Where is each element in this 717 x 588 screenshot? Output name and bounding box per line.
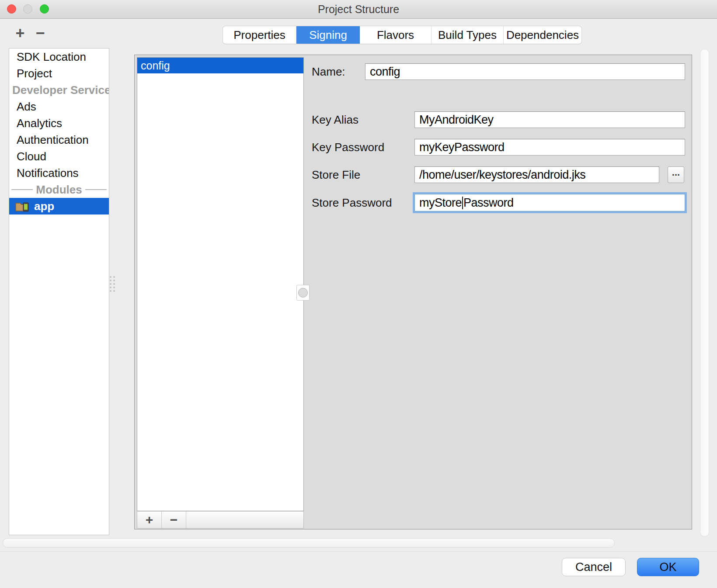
sidebar: SDK Location Project Developer Services …: [9, 48, 109, 535]
project-structure-dialog: Project Structure Properties Signing Fla…: [0, 0, 717, 588]
store-password-text-after-caret: Password: [463, 196, 514, 210]
key-password-label: Key Password: [312, 139, 384, 156]
sidebar-item-sdk-location[interactable]: SDK Location: [9, 48, 109, 65]
horizontal-scrollbar[interactable]: [3, 538, 615, 548]
tab-dependencies[interactable]: Dependencies: [504, 26, 581, 44]
name-label: Name:: [312, 63, 345, 80]
config-toolbar-filler: [186, 512, 303, 528]
signing-config-list: config: [137, 57, 304, 511]
store-password-text-before-caret: myStore: [419, 196, 462, 210]
panel-splitter-handle[interactable]: [296, 285, 310, 301]
sidebar-item-analytics[interactable]: Analytics: [9, 115, 109, 131]
name-input[interactable]: [365, 63, 685, 80]
key-alias-label: Key Alias: [312, 111, 358, 128]
footer-separator: [0, 551, 717, 552]
android-module-icon: [15, 200, 30, 212]
ok-button[interactable]: OK: [637, 558, 699, 576]
tab-properties[interactable]: Properties: [223, 26, 296, 44]
tab-signing[interactable]: Signing: [296, 26, 360, 44]
cancel-button[interactable]: Cancel: [562, 558, 626, 576]
sidebar-item-cloud[interactable]: Cloud: [9, 148, 109, 165]
store-file-label: Store File: [312, 166, 360, 183]
tab-build-types[interactable]: Build Types: [432, 26, 504, 44]
config-list-item[interactable]: config: [137, 58, 303, 73]
tab-flavors[interactable]: Flavors: [360, 26, 432, 44]
sidebar-add-button[interactable]: +: [11, 24, 29, 42]
sidebar-splitter-grip[interactable]: [110, 276, 115, 292]
sidebar-item-app-module[interactable]: app: [9, 198, 109, 214]
sidebar-remove-button[interactable]: −: [31, 24, 49, 42]
sidebar-group-developer-services: Developer Services: [9, 82, 109, 98]
sidebar-item-ads[interactable]: Ads: [9, 98, 109, 115]
sidebar-modules-separator: Modules: [9, 181, 109, 198]
sidebar-modules-label: Modules: [36, 183, 82, 197]
config-list-toolbar: + −: [137, 511, 304, 529]
config-add-button[interactable]: +: [137, 512, 162, 528]
store-password-label: Store Password: [312, 194, 392, 211]
window-title: Project Structure: [0, 0, 717, 18]
config-remove-button[interactable]: −: [162, 512, 186, 528]
tab-bar: Properties Signing Flavors Build Types D…: [223, 26, 581, 44]
sidebar-item-authentication[interactable]: Authentication: [9, 131, 109, 148]
titlebar: Project Structure: [0, 0, 717, 19]
browse-store-file-button[interactable]: ...: [668, 166, 684, 183]
key-alias-input[interactable]: [414, 111, 685, 128]
sidebar-item-notifications[interactable]: Notifications: [9, 165, 109, 181]
text-caret: [462, 197, 463, 209]
store-password-input[interactable]: myStore Password: [414, 194, 685, 211]
key-password-input[interactable]: [414, 139, 685, 156]
sidebar-item-project[interactable]: Project: [9, 65, 109, 82]
vertical-scrollbar[interactable]: [700, 49, 709, 536]
sidebar-item-app-label: app: [34, 200, 54, 213]
store-file-input[interactable]: [414, 166, 659, 183]
